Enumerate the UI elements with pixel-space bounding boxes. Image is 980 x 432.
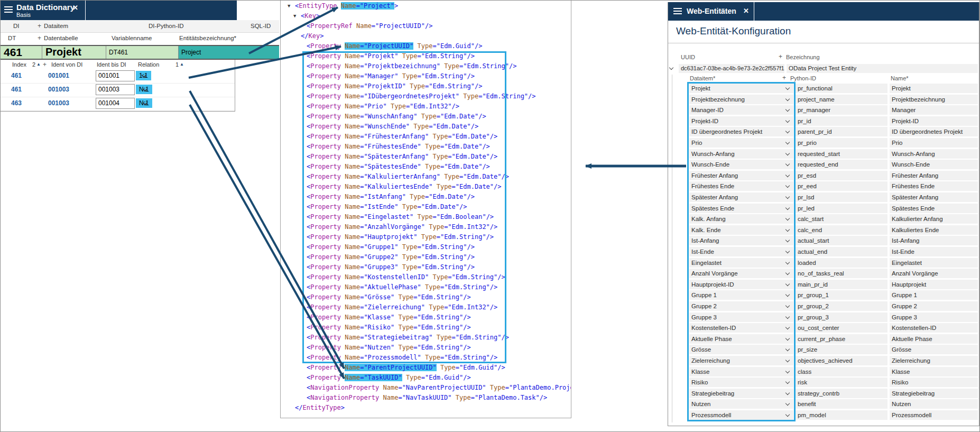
chevron-down-icon[interactable] <box>785 260 790 264</box>
chevron-down-icon[interactable] <box>785 205 790 209</box>
dataitem-select[interactable]: Ist-Anfang <box>689 236 793 245</box>
dataitem-select[interactable]: Projekt-ID <box>689 116 793 126</box>
chevron-down-icon[interactable] <box>785 151 790 155</box>
sort-asc-icon[interactable]: ▲ <box>180 62 184 67</box>
dataitem-select[interactable]: Risiko <box>689 378 793 387</box>
chevron-down-icon[interactable] <box>785 195 790 199</box>
mapping-row: Ist-Endeactual_endIst-Ende <box>1 247 979 258</box>
dataitem-select[interactable]: Kalk. Ende <box>689 225 793 235</box>
chevron-down-icon[interactable] <box>785 238 790 242</box>
entity-bezeichnung-cell[interactable]: OData Project Test Entity <box>787 64 978 73</box>
xml-line: <Property Name="Projekt" Type="Edm.Strin… <box>281 51 571 61</box>
dataitem-select[interactable]: Frühestes Ende <box>689 181 793 191</box>
col-ident-von-di: Ident von DI <box>51 61 82 68</box>
record-variablenname[interactable]: DT461 <box>106 46 179 59</box>
name-cell: Gruppe 2 <box>890 301 978 311</box>
chevron-down-icon[interactable] <box>785 96 790 100</box>
entity-uuid-cell[interactable]: dc631ac7-03be-ac4b-9e73-2e2c2f557f1a <box>679 64 784 73</box>
sort-order-1[interactable]: 1 <box>175 61 179 68</box>
dataitem-select[interactable]: Grösse <box>689 345 793 354</box>
dataitem-select[interactable]: Strategiebeitrag <box>689 389 793 398</box>
python-id-cell: risk <box>796 378 887 387</box>
record-dt[interactable]: 461 <box>1 46 42 59</box>
relation-dropdown[interactable]: 1:1 <box>136 71 151 80</box>
dataitem-select[interactable]: Manager-ID <box>689 105 793 115</box>
dataitem-select[interactable]: Kostenstellen-ID <box>689 323 793 333</box>
plus-icon[interactable]: + <box>38 22 41 30</box>
dataitem-select[interactable]: Zielerreichung <box>689 356 793 365</box>
chevron-down-icon[interactable] <box>785 292 790 297</box>
chevron-down-icon[interactable] <box>785 107 790 112</box>
plus-icon[interactable]: + <box>38 34 41 42</box>
chevron-down-icon[interactable] <box>785 129 790 133</box>
chevron-down-icon[interactable] <box>785 401 790 406</box>
dataitem-select[interactable]: Ist-Ende <box>689 247 793 256</box>
dataitem-select[interactable]: Prio <box>689 138 793 148</box>
chevron-down-icon[interactable] <box>785 216 790 220</box>
dataitem-select[interactable]: Gruppe 3 <box>689 312 793 322</box>
chevron-down-icon[interactable] <box>785 369 790 373</box>
menu-icon[interactable] <box>673 8 682 9</box>
sort-asc-icon[interactable]: ▲ <box>36 62 41 67</box>
dataitem-select[interactable]: Projektbezeichnung <box>689 95 793 104</box>
chevron-down-icon[interactable] <box>785 271 790 275</box>
chevron-down-icon[interactable] <box>785 118 790 123</box>
chevron-down-icon[interactable] <box>785 304 790 308</box>
dataitem-select[interactable]: ID übergeordnetes Projekt <box>689 127 793 136</box>
menu-icon[interactable] <box>4 6 13 7</box>
name-cell: Grösse <box>890 345 978 354</box>
dataitem-select[interactable]: Gruppe 1 <box>689 290 793 300</box>
plus-icon[interactable]: + <box>779 53 782 60</box>
chevron-down-icon[interactable] <box>785 412 790 417</box>
dataitem-select[interactable]: Eingelastet <box>689 258 793 268</box>
collapse-arrow-icon[interactable]: ▼ <box>288 1 290 11</box>
close-icon[interactable]: ✕ <box>743 7 749 15</box>
ident-bis-di-input[interactable]: 001001 <box>96 70 135 81</box>
python-id-cell: requested_start <box>796 149 887 159</box>
dataitem-select[interactable]: Wunsch-Ende <box>689 160 793 169</box>
record-entity-selected[interactable]: Project <box>179 46 279 59</box>
chevron-down-icon[interactable] <box>785 162 790 166</box>
sort-order-2[interactable]: 2 <box>32 61 35 68</box>
name-cell: Aktuelle Phase <box>890 334 978 344</box>
chevron-down-icon[interactable] <box>785 336 790 341</box>
chevron-down-icon[interactable] <box>785 173 790 177</box>
name-cell: Klasse <box>890 367 978 376</box>
chevron-down-icon[interactable] <box>785 391 790 395</box>
dataitem-select[interactable]: Projekt <box>689 84 793 93</box>
collapse-arrow-icon[interactable]: ▼ <box>293 11 296 21</box>
ident-von-di[interactable]: 001001 <box>48 72 69 79</box>
dataitem-select[interactable]: Aktuelle Phase <box>689 334 793 344</box>
python-id-cell: main_pr_id <box>796 280 887 289</box>
chevron-down-icon[interactable] <box>785 358 790 362</box>
plus-icon[interactable]: + <box>43 61 47 68</box>
chevron-down-icon[interactable] <box>785 347 790 351</box>
chevron-down-icon[interactable] <box>785 325 790 329</box>
dataitem-select[interactable]: Nutzen <box>689 399 793 409</box>
record-datentabelle[interactable]: Projekt <box>42 46 106 59</box>
dataitem-select[interactable]: Wunsch-Anfang <box>689 149 793 159</box>
chevron-down-icon[interactable] <box>785 282 790 286</box>
dataitem-select[interactable]: Klasse <box>689 367 793 376</box>
dataitem-select[interactable]: Hauptprojekt-ID <box>689 280 793 289</box>
chevron-down-icon[interactable] <box>785 380 790 384</box>
dataitem-select[interactable]: Kalk. Anfang <box>689 214 793 224</box>
dataitem-select[interactable]: Spätester Anfang <box>689 192 793 202</box>
dataitem-select[interactable]: Gruppe 2 <box>689 301 793 311</box>
dataitem-select[interactable]: Spätestes Ende <box>689 204 793 213</box>
name-cell: Kalkuliertes Ende <box>890 225 978 235</box>
chevron-down-icon[interactable] <box>785 183 790 188</box>
name-cell: Frühester Anfang <box>890 171 978 180</box>
chevron-down-icon[interactable] <box>785 86 790 90</box>
plus-icon[interactable]: + <box>782 74 786 81</box>
dataitem-select[interactable]: Anzahl Vorgänge <box>689 269 793 278</box>
col-datentabelle: Datentabelle <box>44 35 78 41</box>
chevron-down-icon[interactable] <box>141 73 146 78</box>
dataitem-select[interactable]: Prozessmodell <box>689 410 793 420</box>
chevron-down-icon[interactable] <box>785 249 790 253</box>
dataitem-select[interactable]: Frühester Anfang <box>689 171 793 180</box>
chevron-down-icon[interactable] <box>785 227 790 232</box>
chevron-down-icon[interactable] <box>785 314 790 318</box>
chevron-down-icon[interactable] <box>785 140 790 144</box>
close-icon[interactable]: ✕ <box>72 4 78 12</box>
